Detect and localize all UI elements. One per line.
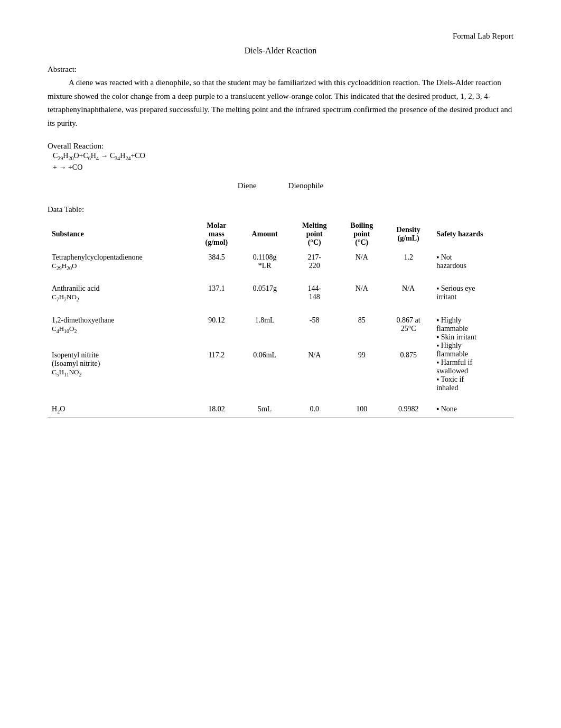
col-header-melting-point: Meltingpoint(°C) xyxy=(290,218,339,250)
dienophile-label: Dienophile xyxy=(288,181,324,190)
table-row: 1,2-dimethoxyethane C4H10O2 90.12 1.8mL … xyxy=(48,313,513,348)
substance-name: Isopentyl nitrite(Isoamyl nitrite) C5H11… xyxy=(48,348,194,395)
abstract-body: A diene was reacted with a dienophile, s… xyxy=(48,76,513,130)
substance-name: Anthranilic acid C7H7NO2 xyxy=(48,281,194,306)
amount-value: 0.1108g*LR xyxy=(239,250,290,274)
safety-value: Nothazardous xyxy=(432,250,513,274)
col-header-boiling-point: Boilingpoint(°C) xyxy=(339,218,385,250)
boiling-point-value: N/A xyxy=(339,281,385,306)
melting-point-value: -58 xyxy=(290,313,339,348)
safety-value: Highlyflammable Skin irritant Highlyflam… xyxy=(432,313,513,395)
col-header-amount: Amount xyxy=(239,218,290,250)
table-row: Anthranilic acid C7H7NO2 137.1 0.0517g 1… xyxy=(48,281,513,306)
molar-mass-value: 137.1 xyxy=(194,281,240,306)
diene-label: Diene xyxy=(238,181,257,190)
amount-value: 0.06mL xyxy=(239,348,290,395)
col-header-substance: Substance xyxy=(48,218,194,250)
chem-eq-2: + → +CO xyxy=(53,163,513,172)
substance-name: 1,2-dimethoxyethane C4H10O2 xyxy=(48,313,194,348)
density-value: 0.867 at25°C xyxy=(385,313,432,348)
spacer-row xyxy=(48,274,513,281)
abstract-label: Abstract: xyxy=(48,65,513,74)
col-header-safety: Safety hazards xyxy=(432,218,513,250)
page-title: Diels-Alder Reaction xyxy=(48,46,513,56)
molar-mass-value: 90.12 xyxy=(194,313,240,348)
safety-value: Serious eyeirritant xyxy=(432,281,513,306)
molar-mass-value: 18.02 xyxy=(194,402,240,418)
substance-name: H2O xyxy=(48,402,194,418)
molar-mass-value: 384.5 xyxy=(194,250,240,274)
header-right: Formal Lab Report xyxy=(48,32,513,41)
melting-point-value: 144-148 xyxy=(290,281,339,306)
boiling-point-value: N/A xyxy=(339,250,385,274)
density-value: 0.875 xyxy=(385,348,432,395)
amount-value: 5mL xyxy=(239,402,290,418)
amount-value: 0.0517g xyxy=(239,281,290,306)
diene-dienophile-row: Diene Dienophile xyxy=(48,181,513,190)
safety-value: None xyxy=(432,402,513,418)
spacer-row xyxy=(48,306,513,313)
melting-point-value: 217-220 xyxy=(290,250,339,274)
overall-reaction-label: Overall Reaction: xyxy=(48,142,513,151)
chem-eq-1: C29H20O+C6H4 → C34H24+CO xyxy=(53,152,513,161)
header-right-text: Formal Lab Report xyxy=(453,32,513,40)
molar-mass-value: 117.2 xyxy=(194,348,240,395)
density-value: 0.9982 xyxy=(385,402,432,418)
amount-value: 1.8mL xyxy=(239,313,290,348)
table-row: H2O 18.02 5mL 0.0 100 0.9982 None xyxy=(48,402,513,418)
col-header-molar-mass: Molarmass(g/mol) xyxy=(194,218,240,250)
data-table: Substance Molarmass(g/mol) Amount Meltin… xyxy=(48,218,513,418)
spacer-row xyxy=(48,395,513,402)
boiling-point-value: 85 xyxy=(339,313,385,348)
data-table-label: Data Table: xyxy=(48,205,513,214)
density-value: 1.2 xyxy=(385,250,432,274)
substance-name: Tetraphenylcyclopentadienone C29H20O xyxy=(48,250,194,274)
table-row: Tetraphenylcyclopentadienone C29H20O 384… xyxy=(48,250,513,274)
col-header-density: Density(g/mL) xyxy=(385,218,432,250)
boiling-point-value: 99 xyxy=(339,348,385,395)
overall-reaction: Overall Reaction: C29H20O+C6H4 → C34H24+… xyxy=(48,142,513,172)
density-value: N/A xyxy=(385,281,432,306)
melting-point-value: N/A xyxy=(290,348,339,395)
boiling-point-value: 100 xyxy=(339,402,385,418)
melting-point-value: 0.0 xyxy=(290,402,339,418)
